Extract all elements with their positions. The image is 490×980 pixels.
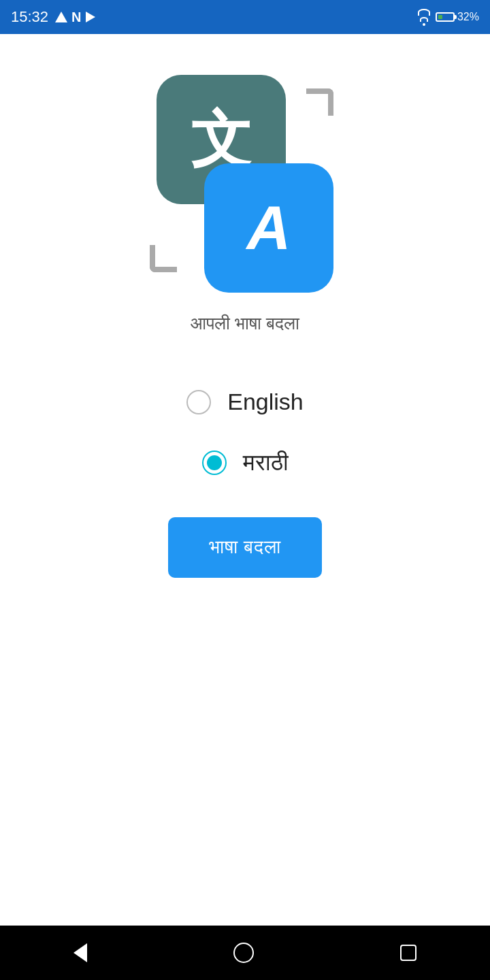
play-icon	[86, 12, 95, 22]
back-button[interactable]	[74, 943, 87, 962]
battery-fill	[438, 15, 442, 19]
status-icons-right: 32%	[418, 9, 479, 26]
subtitle: आपली भाषा बदला	[191, 313, 299, 334]
status-time: 15:32	[11, 8, 48, 26]
bracket-bottom-left	[150, 245, 184, 279]
english-character: A	[247, 197, 291, 259]
alert-icon	[55, 12, 67, 22]
status-left: 15:32 N	[11, 8, 95, 26]
chinese-character: 文	[191, 109, 252, 170]
recents-button[interactable]	[400, 945, 416, 961]
home-button[interactable]	[233, 943, 254, 963]
battery-body	[436, 12, 455, 22]
app-logo: 文 A	[136, 75, 354, 293]
bracket-top-right	[306, 88, 340, 122]
n-icon: N	[71, 10, 81, 25]
battery-percentage: 32%	[457, 11, 479, 23]
status-icons-left: N	[55, 10, 95, 25]
bracket-bl-icon	[150, 245, 177, 272]
radio-english[interactable]	[186, 390, 211, 414]
icon-box-blue: A	[204, 163, 333, 293]
language-options: English मराठी	[27, 389, 463, 476]
wifi-icon	[418, 9, 430, 26]
status-bar: 15:32 N 32%	[0, 0, 490, 34]
option-marathi[interactable]: मराठी	[202, 449, 289, 476]
battery-indicator: 32%	[436, 11, 479, 23]
main-content: 文 A आपली भाषा बदला English मराठी	[0, 34, 490, 926]
label-english: English	[227, 389, 304, 415]
change-language-button[interactable]: भाषा बदला	[168, 517, 323, 578]
radio-inner-marathi	[207, 455, 222, 470]
bracket-tr-icon	[306, 88, 333, 116]
nav-bar	[0, 926, 490, 980]
radio-marathi[interactable]	[202, 451, 227, 475]
option-english[interactable]: English	[186, 389, 304, 415]
label-marathi: मराठी	[243, 449, 289, 476]
